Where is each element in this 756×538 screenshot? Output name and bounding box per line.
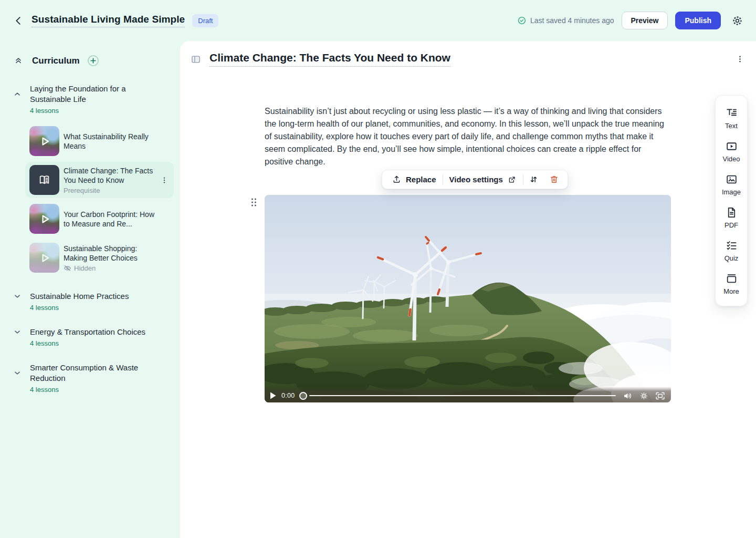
video-thumbnail <box>29 204 59 234</box>
book-open-icon <box>37 173 51 187</box>
insert-block-toolbar: Text Video Image PDF <box>715 95 748 306</box>
lesson-title: What Sustainability Really Means <box>64 132 157 151</box>
insert-pdf-button[interactable]: PDF <box>716 201 747 234</box>
curriculum-section: Sustainable Home Practices 4 lessons <box>13 291 174 312</box>
curriculum-sidebar: Curriculum Laying the Foundation for a S… <box>0 41 180 538</box>
external-link-icon <box>507 175 517 184</box>
play-button[interactable] <box>269 391 277 400</box>
lesson-options-button[interactable] <box>734 54 746 65</box>
trash-icon <box>549 174 559 184</box>
progress-track[interactable] <box>309 395 616 397</box>
upload-icon <box>392 174 402 184</box>
fullscreen-button[interactable] <box>655 391 666 401</box>
section-title: Sustainable Home Practices <box>30 291 174 302</box>
lesson-item-video[interactable]: Your Carbon Footprint: How to Measure an… <box>25 201 174 237</box>
lesson-intro-paragraph[interactable]: Sustainability isn’t just about recyclin… <box>265 105 671 168</box>
video-frame-wind-turbines <box>265 195 671 402</box>
insert-quiz-button[interactable]: Quiz <box>716 234 747 267</box>
top-header: Sustainable Living Made Simple Draft Las… <box>0 0 756 41</box>
insert-video-button[interactable]: Video <box>716 135 747 168</box>
toggle-sidebar-button[interactable] <box>190 53 202 66</box>
chevron-down-icon <box>13 292 30 301</box>
panel-toggle-icon <box>191 54 201 65</box>
curriculum-heading: Curriculum <box>32 56 80 66</box>
section-lesson-count: 4 lessons <box>30 304 174 312</box>
collapse-all-button[interactable] <box>13 55 24 67</box>
section-lesson-count: 4 lessons <box>30 339 174 347</box>
move-block-button[interactable] <box>523 170 544 189</box>
lesson-hidden-label: Hidden <box>74 264 96 272</box>
video-player-controls: 0:00 <box>265 387 671 402</box>
insert-video-label: Video <box>722 155 740 163</box>
play-icon <box>29 243 59 273</box>
lesson-item-video[interactable]: What Sustainability Really Means <box>25 123 174 159</box>
curriculum-section: Smarter Consumption & Waste Reduction 4 … <box>13 363 174 394</box>
current-time: 0:00 <box>281 392 295 399</box>
insert-image-button[interactable]: Image <box>716 168 747 201</box>
status-badge: Draft <box>192 14 218 27</box>
quiz-block-icon <box>725 239 738 252</box>
drag-dots-icon <box>250 198 257 207</box>
delete-block-button[interactable] <box>544 170 564 189</box>
last-saved-text: Last saved 4 minutes ago <box>530 16 614 25</box>
section-title: Smarter Consumption & Waste Reduction <box>30 363 174 384</box>
back-button[interactable] <box>12 14 25 27</box>
scrubber-handle[interactable] <box>299 392 307 400</box>
section-header[interactable]: Smarter Consumption & Waste Reduction 4 … <box>13 363 174 394</box>
player-settings-button[interactable] <box>639 391 649 401</box>
section-header[interactable]: Energy & Transportation Choices 4 lesson… <box>13 327 174 347</box>
check-circle-icon <box>517 16 527 25</box>
reading-tile <box>29 165 59 195</box>
insert-text-button[interactable]: Text <box>716 102 747 135</box>
play-icon <box>29 126 59 156</box>
block-drag-handle[interactable] <box>249 196 258 208</box>
insert-more-label: More <box>723 287 739 295</box>
video-thumbnail <box>29 126 59 156</box>
chevron-down-icon <box>13 368 30 378</box>
image-block-icon <box>725 173 738 186</box>
course-title[interactable]: Sustainable Living Made Simple <box>32 14 185 27</box>
course-builder-app: Sustainable Living Made Simple Draft Las… <box>0 0 756 538</box>
publish-button[interactable]: Publish <box>675 12 721 29</box>
lesson-title: Your Carbon Footprint: How to Measure an… <box>64 210 157 229</box>
lesson-item-video-hidden[interactable]: Sustainable Shopping: Making Better Choi… <box>25 240 174 276</box>
curriculum-section: Energy & Transportation Choices 4 lesson… <box>13 327 174 347</box>
lesson-editor-panel: Climate Change: The Facts You Need to Kn… <box>180 41 756 538</box>
play-icon <box>270 392 276 399</box>
swap-vertical-icon <box>529 174 539 184</box>
curriculum-header: Curriculum <box>13 54 174 68</box>
chevron-up-icon <box>13 89 30 99</box>
replace-video-button[interactable]: Replace <box>385 170 443 189</box>
section-header[interactable]: Sustainable Home Practices 4 lessons <box>13 291 174 312</box>
volume-icon <box>623 392 632 400</box>
double-chevron-up-icon <box>14 56 23 66</box>
insert-text-label: Text <box>725 122 738 130</box>
eye-off-icon <box>64 264 71 272</box>
section-title: Laying the Foundation for a Sustainable … <box>30 84 174 105</box>
lesson-title: Sustainable Shopping: Making Better Choi… <box>64 244 157 263</box>
lesson-item-reading-selected[interactable]: Climate Change: The Facts You Need to Kn… <box>25 162 174 198</box>
lesson-page-title[interactable]: Climate Change: The Facts You Need to Kn… <box>209 51 450 67</box>
insert-pdf-label: PDF <box>724 221 738 229</box>
section-title: Energy & Transportation Choices <box>30 327 174 337</box>
section-header[interactable]: Laying the Foundation for a Sustainable … <box>13 84 174 115</box>
lesson-prerequisite-label: Prerequisite <box>64 187 157 194</box>
video-settings-button[interactable]: Video settings <box>443 170 523 189</box>
add-section-button[interactable] <box>86 54 100 68</box>
gear-icon <box>731 15 743 27</box>
lesson-list: What Sustainability Really Means Climate… <box>25 123 174 276</box>
insert-image-label: Image <box>722 188 741 196</box>
more-blocks-icon <box>725 272 738 285</box>
player-gear-icon <box>640 392 648 400</box>
video-player-block[interactable]: 0:00 <box>265 195 671 402</box>
preview-button[interactable]: Preview <box>622 12 668 29</box>
lesson-menu-button[interactable] <box>159 175 170 185</box>
section-lesson-count: 4 lessons <box>30 386 174 394</box>
volume-button[interactable] <box>622 391 633 401</box>
insert-more-button[interactable]: More <box>716 267 747 301</box>
replace-label: Replace <box>406 175 436 184</box>
section-lesson-count: 4 lessons <box>30 107 174 115</box>
text-block-icon <box>725 107 738 120</box>
plus-circle-icon <box>87 55 99 67</box>
settings-button[interactable] <box>730 14 744 28</box>
